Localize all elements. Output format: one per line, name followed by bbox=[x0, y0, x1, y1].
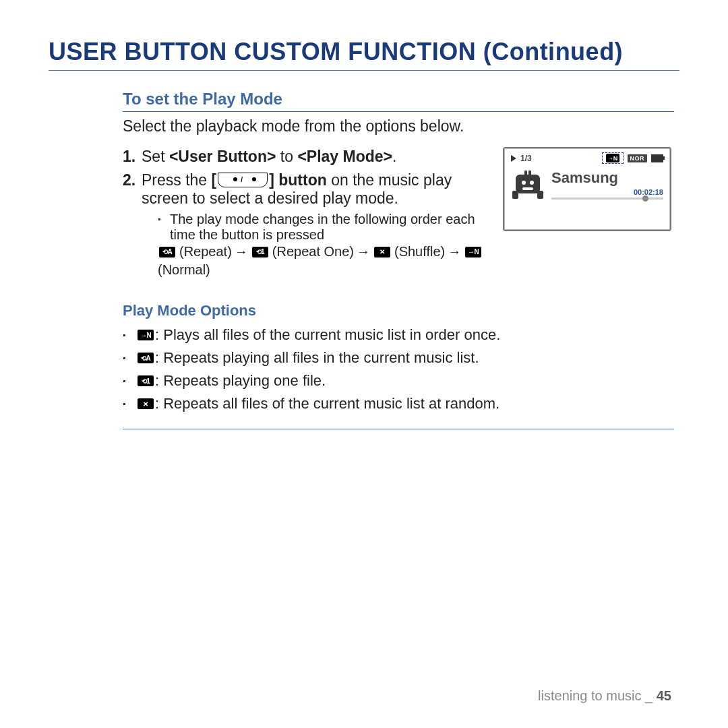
option-text: : Repeats all files of the current music… bbox=[155, 395, 499, 413]
normal-icon: →N bbox=[606, 154, 619, 162]
repeat-one-icon: ⟲1 bbox=[252, 247, 268, 257]
track-title: Samsung bbox=[551, 169, 663, 187]
bullet-square-icon: ▪ bbox=[123, 351, 136, 365]
option-text: : Plays all files of the current music l… bbox=[155, 326, 500, 344]
page-footer: listening to music _ 45 bbox=[538, 688, 671, 704]
shuffle-icon: ✕ bbox=[374, 247, 390, 257]
shuffle-icon: ✕ bbox=[138, 398, 154, 409]
play-mode-chain: ⟲A (Repeat) → ⟲1 (Repeat One) → ✕ (Shuff… bbox=[158, 244, 492, 278]
album-art-icon bbox=[511, 171, 545, 199]
svg-rect-4 bbox=[512, 191, 518, 199]
playback-time: 00:02:18 bbox=[551, 188, 663, 196]
repeat-all-icon: ⟲A bbox=[159, 247, 175, 257]
repeat-one-icon: ⟲1 bbox=[138, 375, 154, 386]
step-body: Press the [/] button on the music play s… bbox=[142, 171, 492, 278]
play-icon bbox=[511, 155, 516, 162]
bullet-square-icon: ▪ bbox=[123, 328, 136, 342]
svg-rect-5 bbox=[537, 191, 543, 199]
progress-bar bbox=[551, 198, 663, 200]
device-screenshot: 1/3 →N NOR Samsung 00:02:18 bbox=[503, 147, 671, 231]
svg-rect-7 bbox=[528, 171, 531, 175]
svg-rect-6 bbox=[524, 171, 527, 175]
svg-point-2 bbox=[530, 181, 534, 185]
step-number: 2. bbox=[123, 171, 142, 278]
normal-icon: →N bbox=[465, 247, 481, 257]
svg-rect-0 bbox=[516, 175, 540, 193]
track-counter: 1/3 bbox=[520, 154, 532, 163]
option-text: : Repeats playing all files in the curre… bbox=[155, 349, 479, 367]
step-sub-bullets: ▪The play mode changes in the following … bbox=[158, 212, 492, 243]
bullet-square-icon: ▪ bbox=[158, 212, 170, 243]
bullet-square-icon: ▪ bbox=[123, 373, 136, 388]
normal-icon: →N bbox=[138, 330, 154, 340]
highlighted-mode-icon: →N bbox=[602, 152, 624, 164]
nor-badge: NOR bbox=[628, 154, 648, 162]
bullet-square-icon: ▪ bbox=[123, 396, 136, 411]
options-list: ▪ →N : Plays all files of the current mu… bbox=[123, 326, 674, 429]
battery-icon bbox=[651, 154, 663, 162]
svg-point-1 bbox=[522, 181, 526, 185]
option-text: : Repeats playing one file. bbox=[155, 372, 326, 390]
svg-rect-3 bbox=[522, 187, 533, 190]
section-intro: Select the playback mode from the option… bbox=[123, 117, 674, 135]
options-heading: Play Mode Options bbox=[123, 302, 674, 320]
repeat-all-icon: ⟲A bbox=[138, 353, 154, 363]
step-number: 1. bbox=[123, 148, 142, 166]
page-title: USER BUTTON CUSTOM FUNCTION (Continued) bbox=[49, 38, 679, 71]
user-button-icon: / bbox=[218, 173, 268, 187]
section-heading: To set the Play Mode bbox=[123, 90, 674, 112]
